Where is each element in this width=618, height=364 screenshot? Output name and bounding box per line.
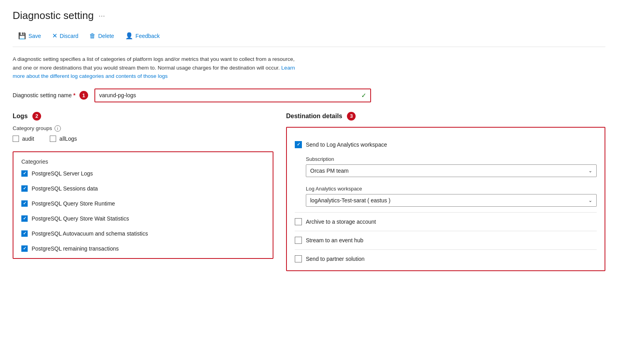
destination-item-partner-solution[interactable]: Send to partner solution [295,250,597,262]
category-label-5: PostgreSQL remaining transactions [32,245,119,252]
destination-box: Send to Log Analytics workspaceSubscript… [286,127,605,271]
category-label-2: PostgreSQL Query Store Runtime [32,200,115,207]
category-item[interactable]: PostgreSQL Server Logs [21,170,265,177]
destination-item-log-analytics: Send to Log Analytics workspaceSubscript… [295,136,597,213]
feedback-button[interactable]: 👤 Feedback [120,30,165,42]
category-item[interactable]: PostgreSQL Sessions data [21,185,265,192]
feedback-label: Feedback [136,33,160,39]
category-label-4: PostgreSQL Autovacuum and schema statist… [32,230,148,237]
subscription-chevron: ⌄ [588,168,592,174]
title-more-options[interactable]: ··· [98,11,105,20]
main-layout: Logs 2 Category groups i audit allLogs C… [13,112,605,271]
subscription-label: Subscription [306,156,597,162]
step-1-badge: 1 [79,91,88,100]
category-label-1: PostgreSQL Sessions data [32,185,98,192]
category-label-3: PostgreSQL Query Store Wait Statistics [32,215,129,222]
dest-label-log-analytics: Send to Log Analytics workspace [306,141,387,148]
dest-top-row-log-analytics[interactable]: Send to Log Analytics workspace [295,141,597,148]
step-2-badge: 2 [32,112,41,121]
audit-label: audit [22,136,34,142]
categories-list: PostgreSQL Server LogsPostgreSQL Session… [21,170,265,252]
category-item[interactable]: PostgreSQL Query Store Wait Statistics [21,215,265,222]
save-label: Save [28,33,41,39]
dest-checkbox-log-analytics[interactable] [295,141,302,148]
dest-checkbox-partner-solution[interactable] [295,255,302,262]
page-title: Diagnostic setting [13,9,94,22]
category-checkbox-1[interactable] [21,185,28,192]
logs-panel: Logs 2 Category groups i audit allLogs C… [13,112,273,271]
destination-section-title: Destination details 3 [286,112,605,121]
diagnostic-name-label: Diagnostic setting name * 1 [13,91,88,100]
audit-checkbox-row[interactable]: audit [13,136,34,142]
categories-box: Categories PostgreSQL Server LogsPostgre… [13,151,273,259]
workspace-dropdown[interactable]: logAnalytics-Test-sarat ( eastus )⌄ [306,194,597,207]
diagnostic-name-input-wrapper[interactable]: ✓ [94,89,371,102]
dest-label-partner-solution: Send to partner solution [306,256,365,262]
delete-icon: 🗑 [89,32,96,40]
all-logs-label: allLogs [59,136,77,142]
dest-checkbox-event-hub[interactable] [295,237,302,244]
discard-button[interactable]: ✕ Discard [47,30,84,42]
required-indicator: * [73,92,75,98]
save-button[interactable]: 💾 Save [13,30,47,42]
diagnostic-name-row: Diagnostic setting name * 1 ✓ [13,89,605,102]
category-groups-area: Category groups i audit allLogs [13,125,273,145]
description-area: A diagnostic setting specifies a list of… [13,55,297,81]
category-item[interactable]: PostgreSQL Autovacuum and schema statist… [21,230,265,237]
discard-icon: ✕ [52,32,57,40]
dest-main-log-analytics: Send to Log Analytics workspaceSubscript… [295,141,597,207]
dest-subscription-section: SubscriptionOrcas PM team⌄ [295,156,597,177]
category-checkbox-3[interactable] [21,215,28,222]
destination-item-storage-account[interactable]: Archive to a storage account [295,213,597,231]
diagnostic-name-input[interactable] [99,92,361,98]
category-item[interactable]: PostgreSQL remaining transactions [21,245,265,252]
all-logs-checkbox-row[interactable]: allLogs [50,136,77,142]
all-logs-checkbox[interactable] [50,136,56,142]
destinations-list: Send to Log Analytics workspaceSubscript… [295,136,597,262]
category-label-0: PostgreSQL Server Logs [32,170,93,177]
categories-title: Categories [21,158,265,165]
delete-label: Delete [98,33,114,39]
audit-checkbox[interactable] [13,136,19,142]
valid-check-icon: ✓ [361,92,366,99]
discard-label: Discard [60,33,78,39]
category-checkbox-4[interactable] [21,230,28,237]
destination-item-event-hub[interactable]: Stream to an event hub [295,231,597,250]
save-icon: 💾 [18,32,26,40]
category-item[interactable]: PostgreSQL Query Store Runtime [21,200,265,207]
category-groups-info-icon[interactable]: i [55,125,61,132]
page-title-area: Diagnostic setting ··· [13,9,605,22]
category-group-checkboxes: audit allLogs [13,136,273,145]
category-checkbox-0[interactable] [21,170,28,177]
dest-workspace-section: Log Analytics workspacelogAnalytics-Test… [295,186,597,207]
dest-checkbox-storage-account[interactable] [295,218,302,225]
toolbar: 💾 Save ✕ Discard 🗑 Delete 👤 Feedback [13,30,605,47]
dest-label-event-hub: Stream to an event hub [306,237,364,243]
feedback-icon: 👤 [125,32,133,40]
subscription-dropdown[interactable]: Orcas PM team⌄ [306,164,597,177]
category-checkbox-2[interactable] [21,200,28,207]
delete-button[interactable]: 🗑 Delete [84,30,119,42]
step-3-badge: 3 [347,112,356,121]
dest-label-storage-account: Archive to a storage account [306,219,376,225]
description-text: A diagnostic setting specifies a list of… [13,56,295,71]
workspace-chevron: ⌄ [588,198,592,203]
destination-panel: Destination details 3 Send to Log Analyt… [286,112,605,271]
workspace-label: Log Analytics workspace [306,186,597,192]
logs-section-title: Logs 2 [13,112,273,121]
category-groups-label: Category groups i [13,125,273,132]
category-checkbox-5[interactable] [21,245,28,252]
